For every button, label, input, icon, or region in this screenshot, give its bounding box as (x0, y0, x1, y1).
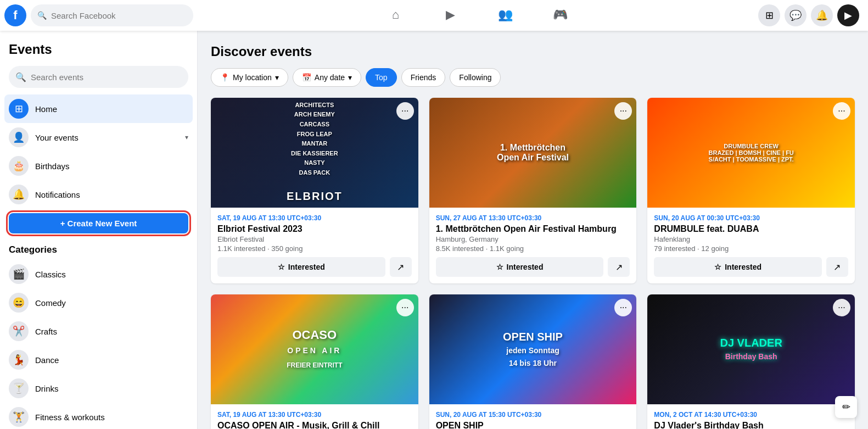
your-events-sidebar-label: Your events (35, 133, 178, 142)
drumbule-info: SUN, 20 AUG AT 00:30 UTC+03:30 DRUMBULE … (647, 208, 855, 283)
mett-venue: Hamburg, Germany (436, 235, 630, 243)
location-filter-label: My location (233, 73, 272, 82)
event-image-elbriot: ARCHITECTSARCH ENEMYCARCASSFROG LEAPMANT… (211, 98, 418, 208)
mett-interested-button[interactable]: ☆ Interested (436, 257, 604, 277)
messenger-button[interactable]: 💬 (785, 4, 807, 26)
topnav-center: ⌂ ▶ 👥 🎮 (198, 2, 758, 29)
elbriot-info: SAT, 19 AUG AT 13:30 UTC+03:30 Elbriot F… (211, 208, 418, 283)
notifications-sidebar-label: Notifications (35, 190, 188, 199)
grid-button[interactable]: ⊞ (758, 4, 780, 26)
sidebar-item-dance[interactable]: 💃 Dance (4, 346, 193, 374)
classics-label: Classics (35, 270, 66, 279)
event-image-openship: OPEN SHIPjeden Sonntag14 bis 18 Uhr ··· (429, 294, 637, 404)
location-dot-icon: 📍 (220, 73, 229, 82)
ocaso-name: OCASO OPEN AIR - Musik, Grill & Chill (217, 421, 412, 429)
sidebar-item-crafts[interactable]: ✂️ Crafts (4, 317, 193, 346)
event-card-openship: OPEN SHIPjeden Sonntag14 bis 18 Uhr ··· … (429, 294, 637, 429)
elbriot-interested-label: Interested (288, 263, 325, 271)
elbriot-share-button[interactable]: ↗ (390, 257, 412, 277)
sidebar-item-fitness[interactable]: 🏋️ Fitness & workouts (4, 403, 193, 429)
following-filter-button[interactable]: Following (450, 68, 501, 87)
elbriot-more-button[interactable]: ··· (396, 102, 414, 120)
discover-title: Discover events (211, 44, 855, 59)
facebook-logo[interactable]: f (4, 4, 26, 26)
djvlader-more-button[interactable]: ··· (833, 299, 850, 316)
drumbule-share-button[interactable]: ↗ (826, 257, 848, 277)
home-nav-icon[interactable]: ⌂ (368, 2, 423, 29)
event-card-mett: 1. MettbrötchenOpen Air Festival ··· SUN… (429, 98, 637, 283)
friends-nav-icon[interactable]: 👥 (478, 2, 533, 29)
dance-icon: 💃 (9, 350, 29, 370)
drumbule-interested-button[interactable]: ☆ Interested (654, 257, 822, 277)
mett-share-button[interactable]: ↗ (608, 257, 630, 277)
search-bar: 🔍 (31, 4, 193, 26)
calendar-icon: 📅 (302, 73, 311, 82)
event-card-elbriot: ARCHITECTSARCH ENEMYCARCASSFROG LEAPMANT… (211, 98, 418, 283)
event-image-drumbule: DRUMBULE CREWBRAZED | BOMSH | CINE | FUS… (647, 98, 855, 208)
location-filter-button[interactable]: 📍 My location ▾ (211, 68, 288, 87)
djvlader-img-text: DJ VLADERBirthday Bash (711, 328, 791, 371)
sidebar-item-birthdays[interactable]: 🎂 Birthdays (4, 152, 193, 180)
sidebar-item-classics[interactable]: 🎬 Classics (4, 260, 193, 288)
create-new-event-button[interactable]: + Create New Event (9, 213, 188, 233)
date-chevron-icon: ▾ (348, 73, 352, 82)
ocaso-date: SAT, 19 AUG AT 13:30 UTC+03:30 (217, 411, 412, 419)
mett-interested-label: Interested (507, 263, 544, 271)
sidebar-item-your-events[interactable]: 👤 Your events ▾ (4, 123, 193, 152)
edit-float-button[interactable]: ✏ (835, 396, 857, 418)
notifications-sidebar-icon: 🔔 (9, 185, 29, 204)
top-filter-label: Top (375, 73, 388, 82)
birthdays-sidebar-label: Birthdays (35, 161, 188, 171)
search-icon: 🔍 (37, 11, 47, 20)
elbriot-interested-button[interactable]: ☆ Interested (217, 257, 385, 277)
search-events-icon: 🔍 (15, 72, 26, 82)
drumbule-venue: Hafenklang (654, 235, 848, 243)
sidebar-item-notifications[interactable]: 🔔 Notifications (4, 180, 193, 209)
dance-label: Dance (35, 355, 59, 365)
star-icon-drumbule: ☆ (714, 263, 721, 271)
home-sidebar-label: Home (35, 104, 188, 114)
mett-stats: 8.5K interested · 1.1K going (436, 244, 630, 253)
comedy-label: Comedy (35, 298, 66, 308)
search-events-box: 🔍 (9, 66, 188, 88)
drumbule-date: SUN, 20 AUG AT 00:30 UTC+03:30 (654, 214, 848, 222)
sidebar: Events 🔍 ⊞ Home 👤 Your events ▾ 🎂 Birthd… (0, 31, 198, 429)
drumbule-more-button[interactable]: ··· (833, 102, 850, 120)
search-events-wrap: 🔍 (4, 64, 193, 94)
fitness-label: Fitness & workouts (35, 413, 105, 422)
friends-filter-button[interactable]: Friends (401, 68, 446, 87)
birthdays-sidebar-icon: 🎂 (9, 156, 29, 176)
openship-img-text: OPEN SHIPjeden Sonntag14 bis 18 Uhr (494, 322, 572, 377)
openship-name: OPEN SHIP (436, 421, 630, 429)
event-image-mett: 1. MettbrötchenOpen Air Festival ··· (429, 98, 637, 208)
create-btn-wrap: + Create New Event (4, 209, 193, 238)
drumbule-img-text: DRUMBULE CREWBRAZED | BOMSH | CINE | FUS… (700, 134, 803, 171)
notifications-button[interactable]: 🔔 (811, 4, 833, 26)
ocaso-more-button[interactable]: ··· (396, 299, 414, 316)
openship-more-button[interactable]: ··· (614, 299, 632, 316)
sidebar-item-comedy[interactable]: 😄 Comedy (4, 288, 193, 317)
account-button[interactable]: ▶ (837, 4, 859, 26)
date-filter-button[interactable]: 📅 Any date ▾ (293, 68, 361, 87)
gaming-nav-icon[interactable]: 🎮 (533, 2, 588, 29)
drinks-icon: 🍸 (9, 378, 29, 398)
sidebar-title: Events (4, 37, 193, 64)
top-filter-button[interactable]: Top (366, 68, 397, 87)
friends-filter-label: Friends (411, 73, 436, 82)
main-content: Discover events 📍 My location ▾ 📅 Any da… (198, 31, 868, 429)
djvlader-info: MON, 2 OCT AT 14:30 UTC+03:30 DJ Vlader'… (647, 404, 855, 429)
search-events-input[interactable] (31, 73, 182, 82)
mett-name: 1. Mettbrötchen Open Air Festival Hambur… (436, 224, 630, 234)
main-layout: Events 🔍 ⊞ Home 👤 Your events ▾ 🎂 Birthd… (0, 31, 868, 429)
sidebar-item-home[interactable]: ⊞ Home (4, 94, 193, 123)
star-icon: ☆ (278, 263, 285, 271)
video-nav-icon[interactable]: ▶ (423, 2, 478, 29)
topnav-left: f 🔍 (0, 4, 198, 26)
event-image-ocaso: OCASOOPEN AIRFREIER EINTRITT ··· (211, 294, 418, 404)
star-icon-mett: ☆ (496, 263, 503, 271)
date-filter-label: Any date (315, 73, 345, 82)
sidebar-item-drinks[interactable]: 🍸 Drinks (4, 374, 193, 403)
comedy-icon: 😄 (9, 293, 29, 313)
search-facebook-input[interactable] (51, 11, 187, 20)
mett-more-button[interactable]: ··· (614, 102, 632, 120)
